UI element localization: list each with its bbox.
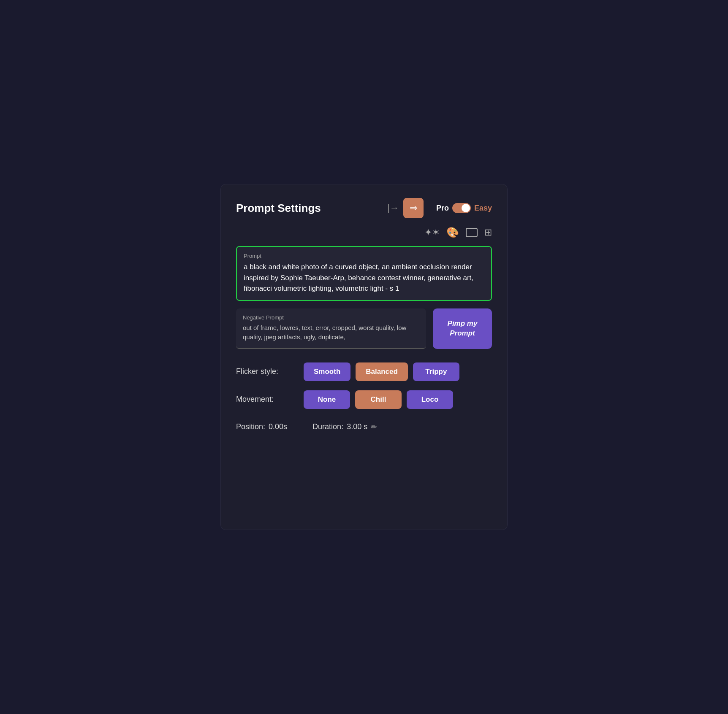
movement-loco-button[interactable]: Loco	[407, 390, 453, 409]
toggle-knob	[462, 204, 470, 212]
footer-row: Position: 0.00s Duration: 3.00 s ✏	[236, 422, 492, 432]
pimp-btn-label: Pimp myPrompt	[448, 319, 478, 338]
frame-icon[interactable]	[466, 228, 478, 237]
negative-prompt-text: out of frame, lowres, text, error, cropp…	[243, 323, 419, 342]
negative-prompt-box[interactable]: Negative Prompt out of frame, lowres, te…	[236, 308, 426, 349]
prompt-box[interactable]: Prompt a black and white photo of a curv…	[236, 246, 492, 301]
export-button[interactable]: ⇒	[403, 198, 424, 218]
pimp-my-prompt-button[interactable]: Pimp myPrompt	[433, 308, 492, 349]
movement-chill-button[interactable]: Chill	[355, 390, 402, 409]
duration-item: Duration: 3.00 s ✏	[312, 422, 377, 432]
flicker-smooth-button[interactable]: Smooth	[304, 362, 350, 381]
flicker-style-label: Flicker style:	[236, 367, 295, 376]
header-row: Prompt Settings |→ ⇒ Pro Easy	[236, 198, 492, 218]
arrow-icon[interactable]: |→	[387, 203, 399, 214]
flicker-balanced-button[interactable]: Balanced	[356, 362, 408, 381]
magic-wand-icon[interactable]: ✦✶	[424, 227, 440, 238]
easy-label: Easy	[474, 204, 492, 213]
header-center: |→ ⇒	[387, 198, 424, 218]
position-value: 0.00s	[269, 422, 287, 431]
export-icon: ⇒	[410, 203, 417, 214]
pro-easy-toggle[interactable]	[452, 203, 471, 213]
duration-edit-icon[interactable]: ✏	[371, 422, 377, 432]
position-item: Position: 0.00s	[236, 422, 287, 431]
page-title: Prompt Settings	[236, 202, 387, 215]
negative-row: Negative Prompt out of frame, lowres, te…	[236, 308, 492, 349]
pro-label: Pro	[436, 204, 449, 213]
toolbar-row: ✦✶ 🎨 ⊞	[236, 227, 492, 238]
flicker-style-btn-group: Smooth Balanced Trippy	[304, 362, 459, 381]
movement-label: Movement:	[236, 395, 295, 404]
movement-btn-group: None Chill Loco	[304, 390, 453, 409]
pro-easy-toggle-row: Pro Easy	[436, 203, 492, 213]
prompt-label: Prompt	[244, 253, 484, 259]
settings-section: Flicker style: Smooth Balanced Trippy Mo…	[236, 362, 492, 409]
prompt-settings-panel: Prompt Settings |→ ⇒ Pro Easy ✦✶ 🎨 ⊞ Pro…	[220, 184, 508, 530]
movement-none-button[interactable]: None	[304, 390, 350, 409]
prompt-text: a black and white photo of a curved obje…	[244, 262, 484, 294]
palette-icon[interactable]: 🎨	[446, 227, 459, 238]
flicker-trippy-button[interactable]: Trippy	[413, 362, 459, 381]
movement-row: Movement: None Chill Loco	[236, 390, 492, 409]
position-label: Position:	[236, 422, 265, 431]
duration-value: 3.00 s	[347, 422, 367, 431]
duration-label: Duration:	[312, 422, 343, 431]
flicker-style-row: Flicker style: Smooth Balanced Trippy	[236, 362, 492, 381]
negative-prompt-label: Negative Prompt	[243, 314, 419, 321]
add-frame-icon[interactable]: ⊞	[484, 227, 492, 238]
